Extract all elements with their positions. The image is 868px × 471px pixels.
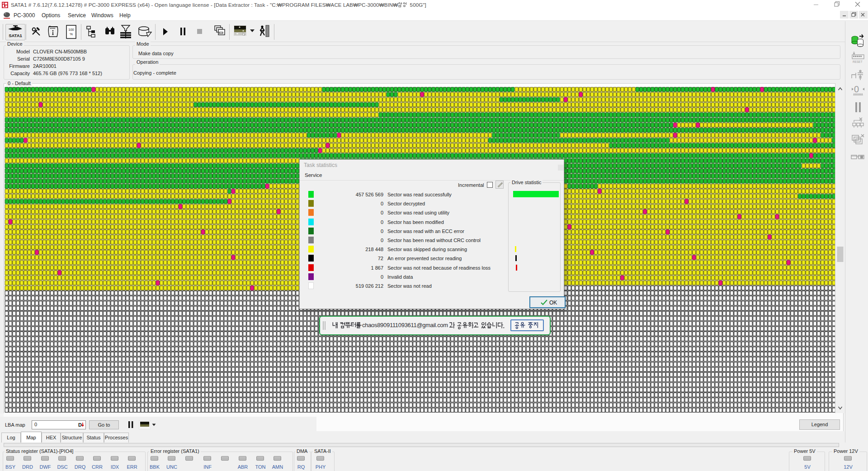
svg-text:RESET: RESET bbox=[853, 60, 863, 63]
svg-text:D: D bbox=[78, 422, 82, 428]
svg-text:0: 0 bbox=[854, 84, 859, 94]
